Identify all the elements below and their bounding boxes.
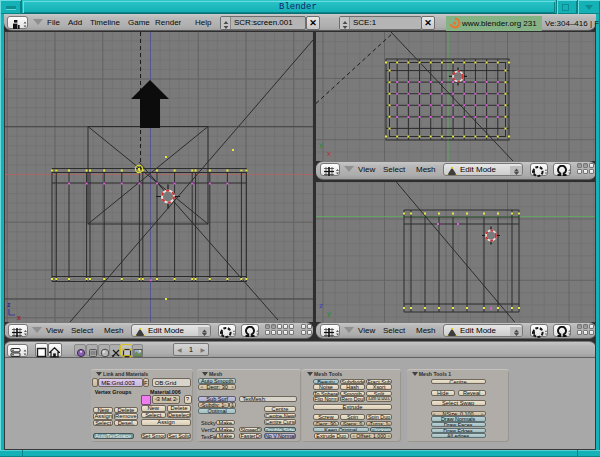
svg-text:x: x [327, 149, 331, 158]
svg-text:y: y [327, 309, 331, 318]
svg-text:y: y [319, 140, 323, 149]
svg-text:z: z [319, 301, 323, 310]
svg-text:x: x [17, 314, 21, 321]
svg-text:z: z [7, 301, 11, 308]
